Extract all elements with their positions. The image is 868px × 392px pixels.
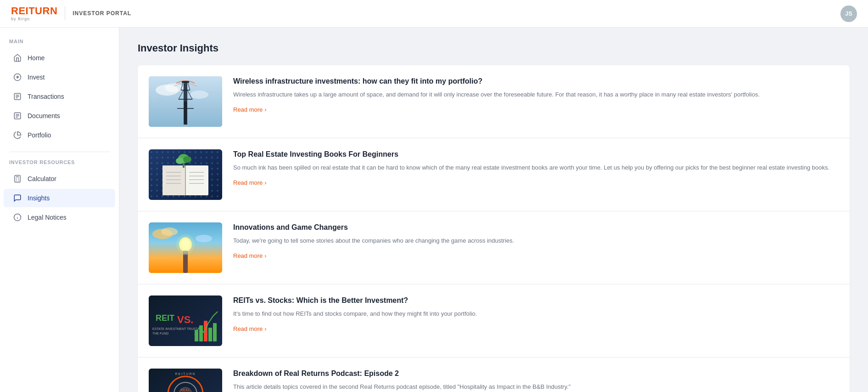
- sidebar-item-legal[interactable]: Legal Notices: [4, 208, 115, 227]
- article-body-2: Top Real Estate Investing Books For Begi…: [233, 149, 839, 187]
- svg-point-54: [161, 227, 178, 236]
- pie-chart-icon: [13, 131, 22, 140]
- svg-text:REIT: REIT: [156, 313, 174, 323]
- logo-sub: by Birgo: [11, 17, 57, 22]
- svg-point-24: [190, 91, 208, 99]
- svg-text:ESTATE INVESTMENT TRUST: ESTATE INVESTMENT TRUST: [152, 327, 198, 330]
- article-thumbnail-3: [149, 222, 222, 273]
- home-icon: [13, 53, 22, 62]
- calculator-icon: [13, 174, 22, 183]
- sidebar-item-invest[interactable]: Invest: [4, 68, 115, 86]
- article-read-more-2[interactable]: Read more ›: [233, 179, 267, 186]
- article-read-more-4[interactable]: Read more ›: [233, 325, 267, 332]
- avatar[interactable]: JS: [840, 6, 857, 22]
- article-list: Wireless infrastructure investments: how…: [138, 65, 850, 392]
- sidebar-item-documents[interactable]: Documents: [4, 107, 115, 125]
- sidebar-calculator-label: Calculator: [28, 175, 56, 182]
- insights-icon: [13, 193, 22, 203]
- article-title-1: Wireless infrastructure investments: how…: [233, 76, 839, 86]
- article-read-more-1[interactable]: Read more ›: [233, 106, 267, 113]
- sidebar-documents-label: Documents: [28, 112, 60, 119]
- svg-point-50: [176, 158, 184, 164]
- article-item: Wireless infrastructure investments: how…: [138, 65, 850, 138]
- article-item: REAL RETURNS THE FUND REITURN Breakdown …: [138, 358, 850, 392]
- sidebar-portfolio-label: Portfolio: [28, 131, 51, 139]
- article-title-2: Top Real Estate Investing Books For Begi…: [233, 149, 839, 159]
- article-excerpt-4: It's time to find out how REITs and stoc…: [233, 309, 839, 319]
- svg-rect-38: [162, 165, 185, 195]
- sidebar-item-insights[interactable]: Insights: [4, 189, 115, 207]
- article-thumbnail-4: REIT VS. ESTATE INVESTMENT TRUST T: [149, 295, 222, 346]
- svg-text:REAL: REAL: [180, 388, 190, 392]
- layout: Main Home Invest: [0, 28, 868, 392]
- article-title-3: Innovations and Game Changers: [233, 222, 839, 233]
- article-body-5: Breakdown of Real Returns Podcast: Episo…: [233, 369, 839, 392]
- sidebar-item-calculator[interactable]: Calculator: [4, 170, 115, 188]
- sidebar-insights-label: Insights: [28, 194, 50, 202]
- sidebar-item-home[interactable]: Home: [4, 49, 115, 67]
- svg-text:VS.: VS.: [177, 314, 193, 325]
- article-body-1: Wireless infrastructure investments: how…: [233, 76, 839, 114]
- svg-rect-68: [208, 328, 212, 341]
- article-item: Innovations and Game Changers Today, we'…: [138, 211, 850, 284]
- svg-point-61: [176, 234, 195, 255]
- article-excerpt-3: Today, we're going to tell some stories …: [233, 236, 839, 246]
- portal-label: INVESTOR PORTAL: [73, 10, 131, 17]
- logo-text: REITURN: [11, 6, 57, 17]
- info-icon: [13, 213, 22, 222]
- sidebar-divider: [9, 152, 110, 152]
- sidebar-item-transactions[interactable]: Transactions: [4, 87, 115, 106]
- logo: REITURN by Birgo: [11, 6, 57, 21]
- article-body-3: Innovations and Game Changers Today, we'…: [233, 222, 839, 260]
- chevron-right-icon: ›: [264, 106, 266, 113]
- article-excerpt-5: This article details topics covered in t…: [233, 382, 839, 392]
- article-body-4: REITs vs. Stocks: Which is the Better In…: [233, 295, 839, 333]
- chevron-right-icon: ›: [264, 325, 266, 332]
- sidebar: Main Home Invest: [0, 28, 119, 392]
- article-excerpt-2: So much ink has been spilled on real est…: [233, 163, 839, 173]
- header-left: REITURN by Birgo INVESTOR PORTAL: [11, 6, 131, 21]
- svg-text:THE FUND: THE FUND: [152, 332, 168, 335]
- svg-rect-69: [213, 323, 217, 341]
- svg-point-51: [183, 156, 191, 163]
- article-title-5: Breakdown of Real Returns Podcast: Episo…: [233, 369, 839, 379]
- page-title: Investor Insights: [138, 42, 850, 54]
- documents-icon: [13, 111, 22, 120]
- sidebar-home-label: Home: [28, 54, 45, 62]
- svg-point-23: [165, 83, 183, 92]
- dollar-icon: [13, 73, 22, 82]
- main-content: Investor Insights: [119, 28, 868, 392]
- sidebar-item-portfolio[interactable]: Portfolio: [4, 126, 115, 144]
- svg-point-55: [196, 235, 212, 242]
- article-title-4: REITs vs. Stocks: Which is the Better In…: [233, 295, 839, 306]
- article-read-more-3[interactable]: Read more ›: [233, 252, 267, 259]
- article-thumbnail-1: [149, 76, 222, 127]
- sidebar-transactions-label: Transactions: [28, 93, 64, 100]
- article-item: Top Real Estate Investing Books For Begi…: [138, 138, 850, 211]
- chevron-right-icon: ›: [264, 252, 266, 259]
- sidebar-resources-label: Investor Resources: [0, 159, 119, 169]
- sidebar-main-label: Main: [0, 39, 119, 48]
- article-thumbnail-5: REAL RETURNS THE FUND REITURN: [149, 369, 222, 392]
- svg-text:REITURN: REITURN: [175, 372, 196, 375]
- sidebar-invest-label: Invest: [28, 74, 45, 81]
- article-thumbnail-2: [149, 149, 222, 200]
- sidebar-legal-label: Legal Notices: [28, 214, 67, 221]
- article-excerpt-1: Wireless infrastructure takes up a large…: [233, 90, 839, 100]
- header: REITURN by Birgo INVESTOR PORTAL JS: [0, 0, 868, 28]
- svg-rect-25: [184, 81, 187, 125]
- header-divider: [65, 6, 65, 20]
- chevron-right-icon: ›: [264, 179, 266, 186]
- article-item: REIT VS. ESTATE INVESTMENT TRUST T: [138, 284, 850, 358]
- transactions-icon: [13, 92, 22, 101]
